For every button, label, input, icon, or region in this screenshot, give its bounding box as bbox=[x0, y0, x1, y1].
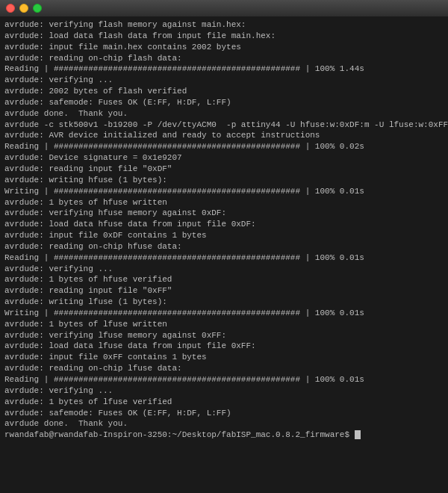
terminal-line: avrdude: verifying lfuse memory against … bbox=[4, 330, 444, 341]
close-button[interactable] bbox=[6, 4, 15, 13]
terminal-line: Reading | ##############################… bbox=[4, 252, 444, 264]
terminal-line: rwandafab@rwandafab-Inspiron-3250:~/Desk… bbox=[4, 430, 444, 441]
terminal-line: avrdude: verifying flash memory against … bbox=[4, 19, 444, 31]
terminal-line: avrdude: reading input file "0xDF" bbox=[4, 164, 444, 175]
terminal-line: avrdude: verifying ... bbox=[4, 75, 444, 86]
terminal-line: avrdude: input file main.hex contains 20… bbox=[4, 42, 444, 53]
terminal-line: avrdude: verifying hfuse memory against … bbox=[4, 208, 444, 219]
terminal-line: avrdude: 1 bytes of lfuse verified bbox=[4, 397, 444, 408]
terminal-line: avrdude: 2002 bytes of flash verified bbox=[4, 86, 444, 97]
terminal-line: avrdude: writing hfuse (1 bytes): bbox=[4, 175, 444, 186]
terminal-line: avrdude done. Thank you. bbox=[4, 418, 444, 430]
maximize-button[interactable] bbox=[33, 4, 42, 13]
terminal-line: avrdude: input file 0xDF contains 1 byte… bbox=[4, 230, 444, 241]
terminal-line: avrdude: load data flash data from input… bbox=[4, 31, 444, 42]
terminal-line: avrdude: 1 bytes of lfuse written bbox=[4, 319, 444, 330]
terminal-line: avrdude: load data hfuse data from input… bbox=[4, 219, 444, 230]
terminal-line: avrdude: reading on-chip flash data: bbox=[4, 53, 444, 64]
terminal-line: avrdude: verifying ... bbox=[4, 264, 444, 275]
terminal-line: avrdude: safemode: Fuses OK (E:FF, H:DF,… bbox=[4, 97, 444, 108]
terminal-line: avrdude: safemode: Fuses OK (E:FF, H:DF,… bbox=[4, 408, 444, 419]
terminal-line: avrdude: reading on-chip hfuse data: bbox=[4, 241, 444, 252]
terminal-line: avrdude done. Thank you. bbox=[4, 108, 444, 120]
title-bar bbox=[0, 0, 448, 16]
terminal-line: avrdude: 1 bytes of hfuse written bbox=[4, 197, 444, 208]
terminal-window: avrdude: verifying flash memory against … bbox=[0, 0, 448, 493]
terminal-line: avrdude: reading on-chip lfuse data: bbox=[4, 363, 444, 374]
terminal-line: avrdude: writing lfuse (1 bytes): bbox=[4, 297, 444, 308]
terminal-line: Reading | ##############################… bbox=[4, 141, 444, 152]
terminal-line: Reading | ##############################… bbox=[4, 374, 444, 385]
terminal-line: Writing | ##############################… bbox=[4, 308, 444, 319]
terminal-line: avrdude: Device signature = 0x1e9207 bbox=[4, 152, 444, 164]
terminal-line: avrdude: reading input file "0xFF" bbox=[4, 285, 444, 297]
terminal-line: avrdude: 1 bytes of hfuse verified bbox=[4, 274, 444, 285]
terminal-content[interactable]: avrdude: verifying flash memory against … bbox=[0, 16, 448, 493]
terminal-line: avrdude -c stk500v1 -b19200 -P /dev/ttyA… bbox=[4, 120, 444, 131]
terminal-line: avrdude: AVR device initialized and read… bbox=[4, 130, 444, 141]
terminal-line: avrdude: verifying ... bbox=[4, 385, 444, 397]
terminal-line: Writing | ##############################… bbox=[4, 186, 444, 197]
terminal-line: avrdude: load data lfuse data from input… bbox=[4, 341, 444, 352]
cursor bbox=[355, 430, 361, 439]
terminal-line: avrdude: input file 0xFF contains 1 byte… bbox=[4, 352, 444, 363]
terminal-line: Reading | ##############################… bbox=[4, 63, 444, 75]
minimize-button[interactable] bbox=[19, 4, 28, 13]
